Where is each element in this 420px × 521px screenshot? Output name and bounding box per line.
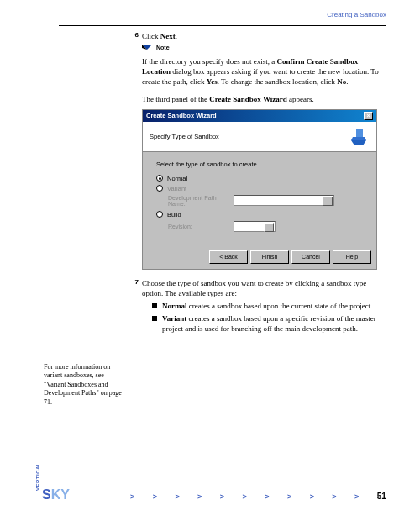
step-6: 6 Click Next. <box>130 31 386 41</box>
step-text: Choose the type of sandbox you want to c… <box>142 278 386 337</box>
revision-label: Revision: <box>168 224 234 229</box>
option-normal[interactable]: Normal <box>156 175 363 182</box>
wizard-header-panel: Specify Type of Sandbox <box>143 122 376 152</box>
page-section-title: Creating a Sandbox <box>327 11 386 18</box>
t: Next <box>160 32 176 40</box>
chevron-icon: > <box>310 492 314 501</box>
variant-sub-row: Development Path Name: <box>168 195 363 207</box>
step-text: Click Next. <box>142 31 386 41</box>
margin-note: For more information on variant sandboxe… <box>44 363 123 407</box>
wizard-button-row: < Back Finish Cancel Help <box>143 245 376 269</box>
step-number: 7 <box>130 278 139 337</box>
logo-s: S <box>42 487 51 502</box>
chevron-icon: > <box>265 492 269 501</box>
chevron-icon: > <box>175 492 179 501</box>
note-body: If the directory you specify does not ex… <box>142 56 386 87</box>
option-build[interactable]: Build <box>156 211 363 218</box>
page-footer: VERTICAL SKY > > > > > > > > > > > 51 <box>0 477 420 503</box>
chevron-icon: > <box>220 492 224 501</box>
t: Normal <box>162 302 187 310</box>
chevron-icon: > <box>130 492 134 501</box>
close-button[interactable]: × <box>364 112 373 120</box>
t: creates a sandbox based upon the current… <box>187 302 373 310</box>
chevron-icon: > <box>243 492 247 501</box>
sandbox-icon <box>348 125 370 147</box>
help-button[interactable]: Help <box>333 250 371 264</box>
chevron-icon: > <box>332 492 336 501</box>
t: No <box>337 77 346 86</box>
t: appears. <box>287 95 314 103</box>
radio-build[interactable] <box>156 211 163 218</box>
cancel-button[interactable]: Cancel <box>291 250 330 264</box>
step-7: 7 Choose the type of sandbox you want to… <box>130 278 386 337</box>
t: Variant <box>162 314 186 323</box>
logo-vertical-text: VERTICAL <box>35 462 40 491</box>
dev-path-dropdown[interactable] <box>234 195 334 206</box>
chevron-icon: > <box>354 492 359 501</box>
svg-marker-2 <box>351 140 366 145</box>
t: . <box>346 77 348 86</box>
t: The third panel of the <box>142 95 209 103</box>
wizard-body: Select the type of sandbox to create. No… <box>143 152 376 245</box>
dialog-titlebar[interactable]: Create Sandbox Wizard × <box>143 110 376 122</box>
t: Yes <box>207 77 218 86</box>
option-build-label: Build <box>167 211 181 218</box>
page-number: 51 <box>377 492 386 501</box>
build-sub-row: Revision: <box>168 221 363 232</box>
t: If the directory you specify does not ex… <box>142 57 276 66</box>
dialog-title: Create Sandbox Wizard <box>146 112 217 119</box>
option-normal-label: Normal <box>167 175 187 182</box>
note-label: Note <box>156 45 170 50</box>
bullet-variant: Variant creates a sandbox based upon a s… <box>152 313 386 334</box>
option-variant-label: Variant <box>167 185 186 192</box>
wizard-subtitle: Specify Type of Sandbox <box>150 133 219 140</box>
back-button[interactable]: < Back <box>209 250 248 264</box>
bullet-icon <box>152 316 157 321</box>
chevron-icon: > <box>197 492 202 501</box>
wizard-instruction: Select the type of sandbox to create. <box>156 161 363 168</box>
svg-rect-3 <box>356 129 363 137</box>
step-number: 6 <box>130 31 139 41</box>
create-sandbox-wizard-dialog: Create Sandbox Wizard × Specify Type of … <box>142 109 377 270</box>
logo-ky: KY <box>51 487 70 502</box>
chevron-icon: > <box>287 492 291 501</box>
note-icon <box>142 45 154 55</box>
vertical-sky-logo: VERTICAL SKY <box>42 487 70 503</box>
option-variant[interactable]: Variant <box>156 185 363 192</box>
t: . To change the sandbox location, click <box>218 77 337 86</box>
dev-path-label: Development Path Name: <box>168 195 234 207</box>
bullet-normal: Normal creates a sandbox based upon the … <box>152 301 386 311</box>
t: creates a sandbox based upon a specific … <box>162 314 376 333</box>
finish-button[interactable]: Finish <box>250 250 289 264</box>
radio-variant[interactable] <box>156 185 163 192</box>
svg-marker-4 <box>351 137 366 140</box>
radio-normal[interactable] <box>156 175 163 182</box>
t: Create Sandbox Wizard <box>209 95 287 103</box>
revision-dropdown[interactable] <box>234 221 276 232</box>
t: . <box>176 32 177 40</box>
footer-chevrons: > > > > > > > > > > > 51 <box>130 492 386 501</box>
t: Click <box>142 32 160 40</box>
bullet-icon <box>152 303 157 308</box>
chevron-icon: > <box>153 492 157 501</box>
note-header: Note <box>142 45 386 55</box>
intro-text: The third panel of the Create Sandbox Wi… <box>142 94 386 104</box>
t: Choose the type of sandbox you want to c… <box>142 279 366 297</box>
